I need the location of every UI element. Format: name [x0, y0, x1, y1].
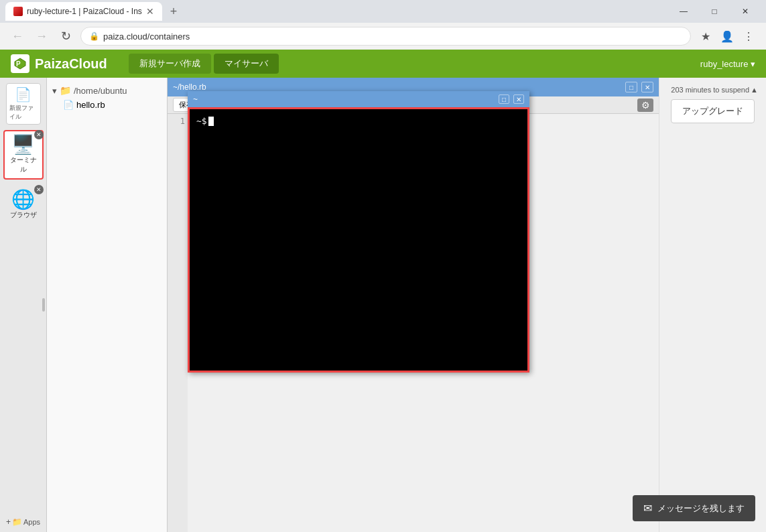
terminal-inner[interactable]: ~$	[188, 107, 529, 373]
paiza-logo: P PaizaCloud	[11, 54, 107, 73]
upgrade-button[interactable]: アップグレード	[671, 99, 755, 123]
file-icon: 📄	[63, 100, 74, 110]
browser-action-buttons: ★ 👤 ⋮	[696, 27, 758, 46]
terminal-cursor	[208, 117, 214, 126]
sidebar-item-browser[interactable]: ✕ 🌐 ブラウザ	[3, 185, 44, 225]
folder-icon: 📁	[12, 517, 22, 527]
window-controls: — □ ✕	[668, 0, 761, 23]
terminal-label: ターミナル	[7, 155, 40, 174]
sidebar: 📄 新規ファイル ✕ 🖥️ ターミナル ✕ 🌐 ブラウザ + 📁 Apps	[0, 78, 47, 532]
lock-icon: 🔒	[89, 31, 99, 41]
user-menu[interactable]: ruby_lecture ▾	[700, 59, 755, 69]
message-icon: ✉	[643, 502, 652, 515]
close-button[interactable]: ✕	[730, 0, 761, 23]
tab-label: ruby-lecture-1 | PaizaCloud - Ins	[27, 7, 142, 16]
timer-text: 203 minutes to suspend	[671, 86, 749, 94]
menu-button[interactable]: ⋮	[739, 27, 758, 46]
header-nav: 新規サーバ作成 マイサーバ	[129, 54, 279, 74]
editor-title: ~/hello.rb	[173, 82, 621, 92]
root-path: /home/ubuntu	[74, 86, 127, 96]
message-button[interactable]: ✉ メッセージを残します	[633, 495, 755, 521]
refresh-button[interactable]: ↻	[56, 27, 75, 46]
tab-favicon	[13, 7, 23, 16]
new-file-button[interactable]: 📄 新規ファイル	[6, 83, 41, 125]
paiza-main: 📄 新規ファイル ✕ 🖥️ ターミナル ✕ 🌐 ブラウザ + 📁 Apps	[0, 78, 766, 532]
new-file-icon: 📄	[15, 86, 31, 103]
url-text: paiza.cloud/containers	[103, 31, 682, 42]
message-label: メッセージを残します	[657, 503, 745, 515]
apps-label: Apps	[23, 518, 40, 526]
my-server-button[interactable]: マイサーバ	[214, 54, 279, 74]
file-tree: ▾ 📁 /home/ubuntu 📄 hello.rb	[47, 78, 168, 532]
profile-button[interactable]: 👤	[718, 27, 737, 46]
browser-tab: ruby-lecture-1 | PaizaCloud - Ins ✕	[5, 2, 162, 21]
sidebar-close-terminal[interactable]: ✕	[34, 130, 44, 139]
address-bar: 🔒 paiza.cloud/containers	[80, 27, 691, 46]
logo-text: PaizaCloud	[35, 56, 107, 72]
maximize-button[interactable]: □	[699, 0, 730, 23]
terminal-maximize-button[interactable]: □	[499, 94, 509, 104]
terminal-icon: 🖥️	[11, 135, 35, 154]
editor-close-button[interactable]: ✕	[641, 82, 653, 92]
svg-text:P: P	[16, 60, 21, 68]
sidebar-close-browser[interactable]: ✕	[34, 185, 44, 194]
editor-area: ~/hello.rb □ ✕ 保存 ⚙ 1	[168, 78, 766, 532]
suspend-timer: 203 minutes to suspend ▲	[667, 86, 758, 94]
terminal-prompt: ~$	[196, 116, 214, 126]
file-name: hello.rb	[76, 100, 105, 110]
file-tree-root[interactable]: ▾ 📁 /home/ubuntu	[47, 83, 167, 98]
add-apps-button[interactable]: + 📁 Apps	[2, 515, 44, 532]
browser-address-bar-row: ← → ↻ 🔒 paiza.cloud/containers ★ 👤 ⋮	[0, 23, 766, 50]
tab-close-icon[interactable]: ✕	[146, 6, 154, 17]
sidebar-item-terminal[interactable]: ✕ 🖥️ ターミナル	[3, 130, 44, 180]
paiza-app: P PaizaCloud 新規サーバ作成 マイサーバ ruby_lecture …	[0, 50, 766, 532]
browser-chrome: ruby-lecture-1 | PaizaCloud - Ins ✕ + — …	[0, 0, 766, 50]
chevron-up-icon: ▲	[751, 86, 758, 94]
minimize-button[interactable]: —	[668, 0, 699, 23]
back-button[interactable]: ←	[8, 27, 27, 46]
line-number-1: 1	[170, 117, 185, 126]
browser-label: ブラウザ	[10, 210, 37, 220]
forward-button[interactable]: →	[32, 27, 51, 46]
paiza-logo-icon: P	[11, 54, 29, 73]
terminal-window-title: ~	[193, 94, 495, 104]
settings-button[interactable]: ⚙	[637, 98, 653, 112]
plus-icon: +	[6, 517, 11, 527]
new-server-button[interactable]: 新規サーバ作成	[129, 54, 211, 74]
folder-icon: 📁	[60, 85, 71, 96]
new-file-label: 新規ファイル	[9, 104, 38, 121]
browser-icon: 🌐	[11, 190, 35, 209]
terminal-window: ~ □ ✕ ~$	[188, 91, 529, 373]
prompt-text: ~$	[196, 116, 207, 126]
new-tab-button[interactable]: +	[168, 2, 180, 21]
file-tree-item-hello[interactable]: 📄 hello.rb	[58, 98, 167, 112]
paiza-header: P PaizaCloud 新規サーバ作成 マイサーバ ruby_lecture …	[0, 50, 766, 78]
terminal-close-button[interactable]: ✕	[513, 94, 524, 104]
browser-titlebar: ruby-lecture-1 | PaizaCloud - Ins ✕ + — …	[0, 0, 766, 23]
collapse-icon: ▾	[52, 86, 57, 96]
editor-maximize-button[interactable]: □	[625, 82, 637, 92]
sidebar-scroll	[42, 298, 45, 312]
terminal-titlebar: ~ □ ✕	[188, 91, 529, 107]
bookmark-button[interactable]: ★	[696, 27, 715, 46]
right-panel: 203 minutes to suspend ▲ アップグレード	[659, 78, 766, 532]
line-numbers: 1	[168, 114, 188, 532]
